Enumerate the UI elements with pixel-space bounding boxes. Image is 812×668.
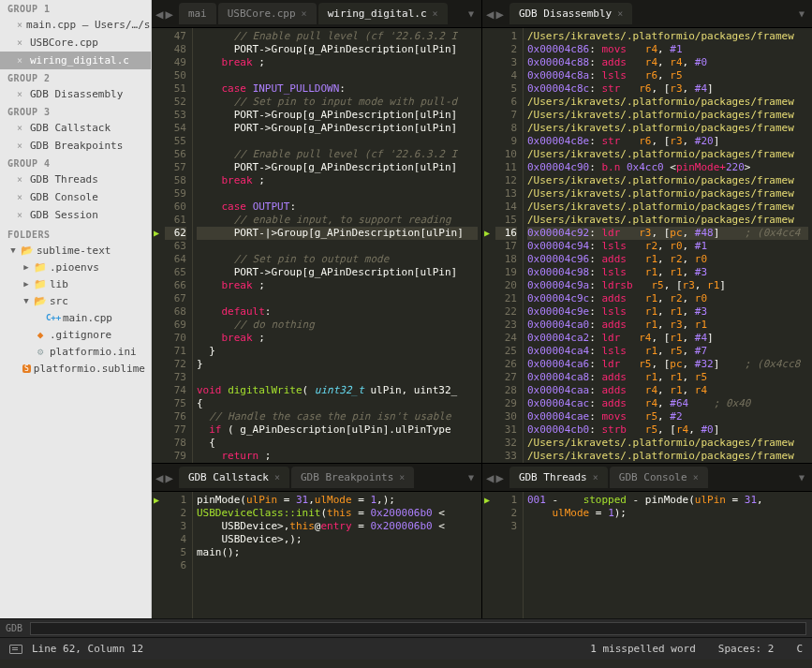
file-tree-item[interactable]: ◆.gitignore [0,326,151,343]
status-bar: Line 62, Column 12 1 misspelled word Spa… [0,637,812,660]
file-label: wiring_digital.c [30,54,129,67]
tab-close-icon[interactable]: × [693,472,699,482]
folder-icon: 📁 [34,277,47,290]
tab[interactable]: GDB Callstack× [179,467,289,488]
tab[interactable]: USBCore.cpp× [218,3,317,24]
tab-bar: ◀▶GDB Callstack×GDB Breakpoints×▼ [152,464,481,492]
file-tree-item[interactable]: C++main.cpp [0,309,151,326]
close-icon[interactable]: × [17,123,26,133]
tab-label: GDB Disassembly [519,7,612,20]
status-position: Line 62, Column 12 [32,643,143,655]
tab-dropdown-icon[interactable]: ▼ [795,8,808,19]
tab-close-icon[interactable]: × [593,472,598,482]
group-header: GROUP 4 [0,155,151,171]
sidebar-open-file[interactable]: ×GDB Session [0,206,151,224]
tab-close-icon[interactable]: × [274,472,280,482]
expand-arrow-icon[interactable]: ▼ [22,296,31,305]
line-numbers: 123 [492,492,524,618]
tree-item-label: .pioenvs [50,261,99,274]
folder-open-icon: 📂 [34,294,47,307]
folder-tree-item[interactable]: ▼📂sublime-text [0,242,151,259]
status-indentation[interactable]: Spaces: 2 [718,643,775,655]
close-icon[interactable]: × [17,174,26,185]
sidebar: GROUP 1×main.cpp — Users/…/sa×USBCore.cp… [0,0,152,618]
folder-tree-item[interactable]: ▼📂src [0,292,151,309]
sidebar-open-file[interactable]: ×GDB Callstack [0,119,151,137]
sidebar-open-file[interactable]: ×USBCore.cpp [0,34,151,52]
expand-arrow-icon[interactable]: ▼ [8,245,18,255]
close-icon[interactable]: × [17,89,26,99]
file-tree-item[interactable]: Splatformio.sublime [0,360,151,377]
sidebar-open-file[interactable]: ×GDB Disassembly [0,85,151,103]
tab-close-icon[interactable]: × [433,8,438,19]
code-area[interactable]: ▶123456789101112131415161718192021222324… [482,28,812,463]
code-body[interactable]: 001 - stopped - pinMode(ulPin = 31, ulMo… [524,492,812,618]
folder-open-icon: 📂 [21,244,34,257]
sidebar-open-file[interactable]: ×GDB Breakpoints [0,137,151,155]
line-numbers: 1234567891011121314151617181920212223242… [492,28,524,463]
status-language[interactable]: C [796,643,803,655]
code-body[interactable]: // Enable pull level (cf '22.6.3.2 I POR… [193,28,481,463]
code-area[interactable]: ▶474849505152535455565758596061626364656… [152,28,481,463]
tree-item-label: platformio.sublime [34,363,145,375]
tab[interactable]: wiring_digital.c× [318,3,448,24]
gdb-label: GDB [6,623,22,633]
close-icon[interactable]: × [17,20,22,30]
tree-item-label: .gitignore [50,329,111,341]
ini-icon: ⚙ [34,345,47,358]
nav-back-icon[interactable]: ◀ [486,7,494,22]
code-body[interactable]: pinMode(ulPin = 31,ulMode = 1,);USBDevic… [193,492,481,618]
tab-label: USBCore.cpp [228,7,296,20]
gutter-markers: ▶ [482,492,492,618]
gdb-command-bar: GDB [0,618,812,637]
nav-back-icon[interactable]: ◀ [155,470,163,485]
tab[interactable]: GDB Threads× [509,467,608,488]
editor-area: ◀▶maiUSBCore.cpp×wiring_digital.c×▼▶4748… [152,0,812,618]
sidebar-open-file[interactable]: ×main.cpp — Users/…/sa [0,16,151,34]
file-label: main.cpp — Users/…/sa [26,19,151,31]
tab-close-icon[interactable]: × [399,472,405,482]
close-icon[interactable]: × [17,55,26,66]
tab-close-icon[interactable]: × [302,8,307,19]
tree-item-label: lib [50,278,68,290]
tab-dropdown-icon[interactable]: ▼ [465,8,478,19]
code-body[interactable]: /Users/ikravets/.platformio/packages/fra… [524,28,812,463]
close-icon[interactable]: × [17,192,26,202]
sidebar-open-file[interactable]: ×GDB Threads [0,171,151,188]
code-area[interactable]: ▶123001 - stopped - pinMode(ulPin = 31, … [482,492,812,618]
pane-bottom-left: ◀▶GDB Callstack×GDB Breakpoints×▼▶123456… [152,464,482,618]
folder-icon: 📁 [34,260,47,274]
status-spellcheck[interactable]: 1 misspelled word [590,643,696,655]
git-icon: ◆ [34,328,47,341]
sidebar-open-file[interactable]: ×wiring_digital.c [0,52,151,69]
sublime-icon: S [22,362,31,375]
close-icon[interactable]: × [17,37,26,48]
tree-item-label: sublime-text [37,245,111,257]
tab-close-icon[interactable]: × [617,8,623,19]
code-area[interactable]: ▶123456pinMode(ulPin = 31,ulMode = 1,);U… [152,492,481,618]
close-icon[interactable]: × [17,141,26,151]
tab-dropdown-icon[interactable]: ▼ [465,472,478,482]
nav-forward-icon[interactable]: ▶ [165,7,172,22]
folder-tree-item[interactable]: ▶📁.pioenvs [0,259,151,275]
nav-back-icon[interactable]: ◀ [155,7,163,22]
tab[interactable]: mai [179,3,216,24]
tab-bar: ◀▶GDB Threads×GDB Console×▼ [482,464,812,492]
tab-dropdown-icon[interactable]: ▼ [795,472,808,482]
expand-arrow-icon[interactable]: ▶ [22,262,31,272]
menu-icon[interactable] [9,645,22,654]
gdb-input[interactable] [30,622,806,635]
nav-forward-icon[interactable]: ▶ [495,470,503,485]
folder-tree-item[interactable]: ▶📁lib [0,275,151,292]
tab[interactable]: GDB Console× [610,467,708,488]
nav-forward-icon[interactable]: ▶ [495,7,503,22]
sidebar-open-file[interactable]: ×GDB Console [0,188,151,206]
expand-arrow-icon[interactable]: ▶ [22,279,31,289]
close-icon[interactable]: × [17,210,26,220]
tab[interactable]: GDB Breakpoints× [291,467,414,488]
nav-back-icon[interactable]: ◀ [486,470,494,485]
file-tree-item[interactable]: ⚙platformio.ini [0,343,151,360]
tab[interactable]: GDB Disassembly× [509,3,632,24]
group-header: GROUP 2 [0,69,151,85]
nav-forward-icon[interactable]: ▶ [165,470,172,485]
